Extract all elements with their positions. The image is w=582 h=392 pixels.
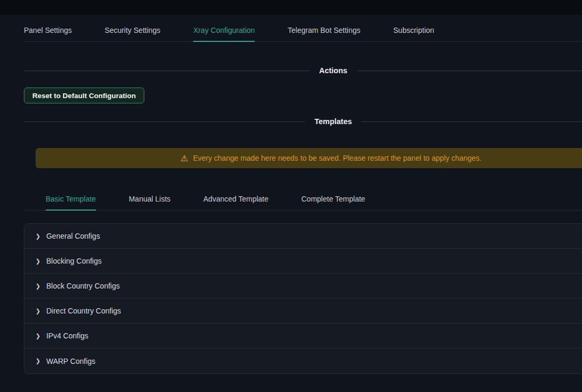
tab-subscription[interactable]: Subscription (393, 21, 434, 41)
actions-divider: Actions (24, 66, 582, 75)
collapse-blocking-configs[interactable]: Blocking Configs (24, 249, 582, 274)
templates-divider: Templates (24, 117, 582, 126)
divider-line (24, 71, 309, 71)
restart-warning-alert: Every change made here needs to be saved… (36, 148, 582, 168)
collapse-warp-configs[interactable]: WARP Configs (24, 349, 582, 373)
tab-security-settings[interactable]: Security Settings (105, 21, 160, 41)
tab-manual-lists[interactable]: Manual Lists (129, 189, 171, 210)
chevron-right-icon (36, 308, 40, 315)
collapse-header-label: General Configs (46, 232, 100, 240)
divider-line (24, 121, 305, 122)
tab-basic-template[interactable]: Basic Template (46, 189, 96, 210)
chevron-right-icon (36, 358, 40, 364)
top-bar (0, 0, 582, 15)
restart-warning-text: Every change made here needs to be saved… (193, 154, 482, 162)
tab-panel-settings[interactable]: Panel Settings (24, 21, 72, 41)
chevron-right-icon (36, 233, 40, 240)
reset-default-configuration-button[interactable]: Reset to Default Configuration (24, 88, 144, 103)
configs-accordion: General Configs Blocking Configs Block C… (24, 223, 582, 374)
collapse-general-configs[interactable]: General Configs (24, 224, 582, 249)
divider-line (361, 121, 582, 122)
chevron-right-icon (36, 333, 40, 339)
collapse-header-label: IPv4 Configs (46, 332, 88, 340)
collapse-block-country-configs[interactable]: Block Country Configs (24, 274, 582, 299)
collapse-header-label: Block Country Configs (46, 282, 120, 290)
tab-xray-configuration[interactable]: Xray Configuration (193, 21, 255, 41)
warning-icon (180, 153, 188, 163)
collapse-ipv4-configs[interactable]: IPv4 Configs (24, 324, 582, 349)
collapse-header-label: Direct Country Configs (46, 307, 121, 315)
divider-line (357, 71, 582, 71)
actions-divider-label: Actions (309, 66, 357, 75)
chevron-right-icon (36, 258, 40, 265)
templates-divider-label: Templates (305, 117, 362, 126)
tab-complete-template[interactable]: Complete Template (301, 189, 365, 210)
template-tab-bar: Basic Template Manual Lists Advanced Tem… (24, 189, 582, 211)
collapse-header-label: Blocking Configs (46, 257, 101, 265)
collapse-header-label: WARP Configs (46, 357, 95, 365)
tab-advanced-template[interactable]: Advanced Template (203, 189, 268, 210)
main-tab-bar: Panel Settings Security Settings Xray Co… (24, 21, 582, 42)
chevron-right-icon (36, 283, 40, 290)
tab-telegram-bot-settings[interactable]: Telegram Bot Settings (288, 21, 360, 41)
settings-page: Panel Settings Security Settings Xray Co… (24, 21, 582, 374)
collapse-direct-country-configs[interactable]: Direct Country Configs (24, 299, 582, 324)
